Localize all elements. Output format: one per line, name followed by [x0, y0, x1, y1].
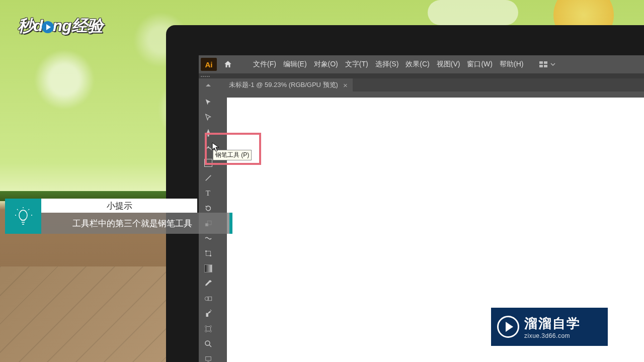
gradient-tool[interactable]: [201, 261, 216, 276]
svg-point-11: [205, 341, 210, 345]
chevron-down-icon: [550, 62, 555, 67]
menu-view[interactable]: 视图(V): [437, 60, 460, 69]
control-bar: •••••: [199, 73, 644, 78]
hint-title: 小提示: [41, 199, 197, 213]
blend-icon: [204, 294, 213, 303]
type-tool[interactable]: T: [201, 186, 216, 200]
hint-banner: 小提示 工具栏中的第三个就是钢笔工具: [5, 199, 232, 234]
svg-rect-10: [206, 327, 211, 331]
app-logo-icon: Ai: [201, 58, 217, 71]
more-tools[interactable]: [201, 352, 216, 362]
zoom-icon: [204, 339, 213, 348]
home-icon: [223, 60, 232, 69]
watermark-prefix: 秒d: [18, 17, 43, 35]
watermark-suffix: ng经验: [53, 17, 103, 35]
hint-icon-box: [5, 199, 41, 234]
menu-effect[interactable]: 效果(C): [406, 60, 429, 69]
workspace-switcher[interactable]: [539, 61, 555, 67]
play-icon: [42, 21, 54, 33]
svg-point-8: [211, 310, 212, 311]
arrow-icon: [204, 98, 213, 107]
direct-selection-tool[interactable]: [201, 111, 216, 125]
svg-point-4: [205, 250, 207, 252]
menu-items: 文件(F) 编辑(E) 对象(O) 文字(T) 选择(S) 效果(C) 视图(V…: [253, 60, 523, 69]
symbol-sprayer-tool[interactable]: [201, 307, 216, 321]
pen-icon: [204, 128, 213, 137]
menu-window[interactable]: 窗口(W): [467, 60, 493, 69]
lightbulb-icon: [12, 205, 34, 227]
toolbox-expand[interactable]: [199, 78, 218, 92]
blend-tool[interactable]: [201, 292, 216, 306]
brand-name: 溜溜自学: [524, 315, 581, 332]
home-button[interactable]: [221, 57, 235, 71]
menu-edit[interactable]: 编辑(E): [283, 60, 307, 69]
transform-icon: [204, 249, 213, 258]
menu-file[interactable]: 文件(F): [253, 60, 276, 69]
brand-url: zixue.3d66.com: [524, 332, 581, 339]
eyedropper-tool[interactable]: [201, 277, 216, 291]
watermark-logo: 秒dng经验: [18, 15, 103, 37]
control-dots: •••••: [201, 74, 210, 78]
brand-badge: 溜溜自学 zixue.3d66.com: [491, 308, 608, 346]
menu-bar: Ai 文件(F) 编辑(E) 对象(O) 文字(T) 选择(S) 效果(C) 视…: [199, 55, 644, 73]
brand-play-icon: [497, 316, 519, 338]
menu-help[interactable]: 帮助(H): [500, 60, 523, 69]
eyedropper-icon: [204, 279, 213, 288]
selection-tool[interactable]: [201, 96, 216, 110]
menu-type[interactable]: 文字(T): [345, 60, 368, 69]
brush-tool[interactable]: [201, 171, 216, 185]
spray-icon: [204, 309, 213, 318]
document-tab[interactable]: 未标题-1 @ 59.23% (RGB/GPU 预览) ×: [224, 78, 353, 92]
zoom-tool[interactable]: [201, 337, 216, 351]
artboard-icon: [204, 324, 213, 333]
cursor-icon: [212, 142, 220, 152]
width-icon: [204, 234, 213, 243]
svg-point-13: [19, 210, 27, 220]
hint-body: 小提示 工具栏中的第三个就是钢笔工具: [41, 199, 232, 234]
svg-point-9: [210, 310, 211, 311]
menu-object[interactable]: 对象(O): [314, 60, 338, 69]
pen-tool[interactable]: [201, 126, 216, 140]
svg-point-5: [210, 255, 211, 256]
menu-select[interactable]: 选择(S): [375, 60, 399, 69]
document-tab-bar: 未标题-1 @ 59.23% (RGB/GPU 预览) ×: [224, 78, 644, 92]
arrow-outline-icon: [204, 113, 213, 122]
svg-rect-12: [206, 357, 211, 361]
artboard-tool[interactable]: [201, 322, 216, 336]
hint-message: 工具栏中的第三个就是钢笔工具: [41, 213, 232, 234]
type-icon: T: [204, 189, 213, 198]
free-transform-tool[interactable]: [201, 246, 216, 260]
tab-title: 未标题-1 @ 59.23% (RGB/GPU 预览): [229, 80, 338, 89]
svg-text:T: T: [206, 189, 210, 197]
grid-icon: [539, 61, 547, 67]
close-icon[interactable]: ×: [343, 81, 348, 89]
chevron-down-icon: [204, 354, 213, 362]
brush-icon: [204, 173, 213, 183]
svg-rect-3: [206, 251, 211, 256]
cloud-decoration: [428, 0, 518, 25]
